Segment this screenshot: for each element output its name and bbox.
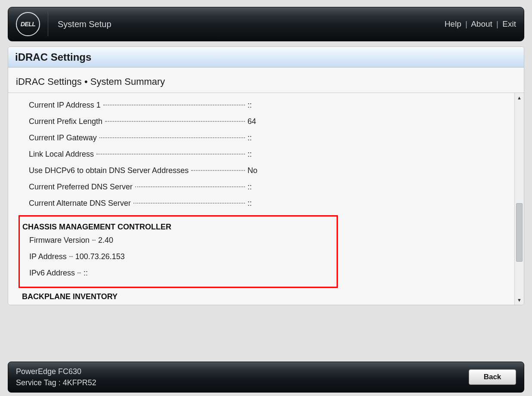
help-link[interactable]: Help	[445, 19, 461, 28]
setting-label: IP Address	[20, 252, 67, 261]
back-button[interactable]: Back	[469, 369, 516, 385]
dell-logo-text: DELL	[21, 21, 36, 28]
setting-value: ::	[247, 133, 510, 142]
content-area: Current IP Address 1 :: Current Prefix L…	[8, 93, 524, 305]
setting-label: Current Alternate DNS Server	[19, 199, 131, 208]
setting-value: 64	[247, 117, 510, 126]
header-links: Help | About | Exit	[445, 19, 516, 29]
setting-value: ::	[247, 199, 510, 208]
setting-value: ::	[247, 101, 510, 110]
dotted-leader	[99, 137, 245, 138]
setting-value: ::	[247, 183, 510, 192]
setting-label: Current IP Address 1	[19, 101, 101, 110]
dotted-leader	[69, 256, 73, 257]
footer-info: PowerEdge FC630 Service Tag : 4KFPR52	[16, 366, 96, 388]
scroll-down-arrow-icon[interactable]: ▼	[515, 295, 524, 305]
link-separator: |	[465, 19, 467, 28]
setting-row: Current IP Gateway ::	[19, 133, 514, 150]
setting-label: IPv6 Address	[20, 269, 75, 278]
setting-row: Use DHCPv6 to obtain DNS Server Addresse…	[19, 166, 514, 183]
setting-label: Current Prefix Length	[19, 117, 102, 126]
scroll-up-arrow-icon[interactable]: ▲	[515, 93, 524, 102]
setting-row: Current Preferred DNS Server ::	[19, 183, 514, 199]
about-link[interactable]: About	[471, 19, 492, 28]
dotted-leader	[77, 272, 81, 273]
setting-row: IP Address 100.73.26.153	[20, 252, 337, 269]
service-tag-line: Service Tag : 4KFPR52	[16, 377, 96, 388]
setting-label: Use DHCPv6 to obtain DNS Server Addresse…	[19, 166, 189, 175]
dotted-leader	[103, 105, 245, 105]
service-tag-value: 4KFPR52	[63, 378, 96, 387]
dotted-leader	[135, 186, 245, 187]
setting-value: 2.40	[98, 236, 361, 245]
header-divider	[48, 12, 48, 36]
setting-value: No	[247, 166, 510, 175]
dotted-leader	[96, 154, 245, 155]
setting-label: Current Preferred DNS Server	[19, 183, 133, 192]
setting-label: Link Local Address	[19, 150, 94, 159]
setting-row: Current IP Address 1 ::	[19, 101, 514, 117]
footer-bar: PowerEdge FC630 Service Tag : 4KFPR52 Ba…	[8, 362, 524, 393]
setting-value: ::	[84, 269, 346, 278]
breadcrumb: iDRAC Settings • System Summary	[8, 68, 524, 93]
scroll-thumb[interactable]	[516, 203, 523, 262]
model-name: PowerEdge FC630	[16, 366, 96, 377]
setting-row: Firmware Version 2.40	[20, 236, 337, 252]
dotted-leader	[105, 121, 245, 122]
header-bar: DELL System Setup Help | About | Exit	[8, 7, 524, 41]
exit-link[interactable]: Exit	[502, 19, 516, 28]
setting-row: Current Alternate DNS Server ::	[19, 199, 514, 215]
section-title-backplane: BACKPLANE INVENTORY	[19, 288, 514, 305]
dotted-leader	[92, 240, 96, 241]
app-title: System Setup	[58, 19, 111, 29]
dell-logo-icon: DELL	[16, 12, 40, 36]
setting-value: ::	[247, 150, 510, 159]
highlight-box: CHASSIS MANAGEMENT CONTROLLER Firmware V…	[19, 215, 338, 288]
dotted-leader	[133, 203, 245, 204]
setting-value: 100.73.26.153	[75, 252, 338, 261]
main-panel: iDRAC Settings iDRAC Settings • System S…	[8, 46, 524, 305]
setting-row: Current Prefix Length 64	[19, 117, 514, 133]
section-title-cmc: CHASSIS MANAGEMENT CONTROLLER	[20, 218, 337, 236]
link-separator: |	[496, 19, 498, 28]
panel-title: iDRAC Settings	[8, 47, 524, 68]
setting-label: Current IP Gateway	[19, 133, 97, 142]
service-tag-label: Service Tag	[16, 378, 56, 387]
setting-row: IPv6 Address ::	[20, 269, 337, 285]
scrollbar[interactable]: ▲ ▼	[514, 93, 524, 305]
dotted-leader	[191, 170, 245, 171]
setting-row: Link Local Address ::	[19, 150, 514, 166]
setting-label: Firmware Version	[20, 236, 90, 245]
